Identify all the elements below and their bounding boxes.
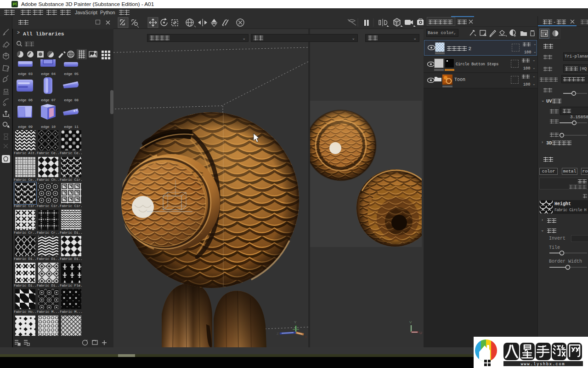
svg-text:V: V [409, 320, 412, 324]
svg-text:X: X [305, 335, 307, 339]
svg-text:www.lyshbx.com: www.lyshbx.com [521, 362, 565, 367]
svg-text:Y: Y [294, 320, 297, 324]
svg-text:Z: Z [277, 332, 279, 336]
svg-text:U: U [419, 331, 422, 335]
